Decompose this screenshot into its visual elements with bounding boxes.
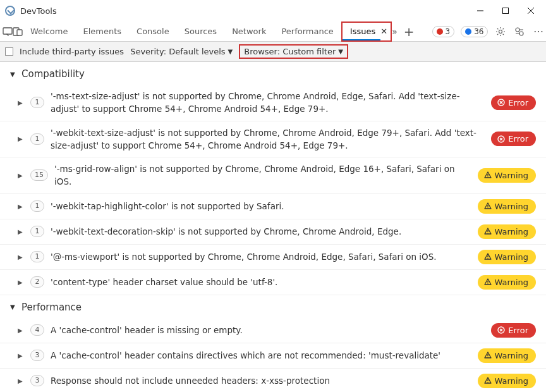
svg-rect-1 xyxy=(503,8,509,14)
error-icon xyxy=(497,135,505,143)
warning-icon xyxy=(484,171,492,179)
window-title: DevTools xyxy=(20,6,57,16)
issue-row: ▶ 1 '@-ms-viewport' is not supported by … xyxy=(0,245,546,270)
warning-icon xyxy=(484,202,492,210)
issue-count: 3 xyxy=(30,350,44,361)
browser-filter[interactable]: Browser: Custom filter ▼ xyxy=(244,47,343,56)
issue-row: ▶ 4 A 'cache-control' header is missing … xyxy=(0,318,546,343)
third-party-checkbox[interactable]: Include third-party issues xyxy=(5,47,124,56)
svg-point-23 xyxy=(487,258,488,259)
error-badge: Error xyxy=(491,132,536,146)
issue-text[interactable]: 'content-type' header charset value shou… xyxy=(51,276,471,288)
checkbox-icon xyxy=(5,47,13,56)
issue-text[interactable]: '-webkit-tap-highlight-color' is not sup… xyxy=(51,200,471,212)
chevron-down-icon: ▼ xyxy=(228,48,233,55)
svg-point-9 xyxy=(519,32,523,35)
tab-sources[interactable]: Sources xyxy=(177,21,224,42)
warning-icon xyxy=(484,278,492,286)
svg-point-19 xyxy=(487,207,488,208)
tab-elements[interactable]: Elements xyxy=(75,21,129,42)
issue-count: 2 xyxy=(30,276,44,288)
issue-count: 1 xyxy=(30,226,44,237)
expand-icon[interactable]: ▶ xyxy=(18,203,24,210)
more-tabs-icon[interactable]: » xyxy=(392,27,397,37)
issue-count: 15 xyxy=(30,169,48,181)
svg-point-7 xyxy=(499,30,502,33)
warning-badge: Warning xyxy=(478,374,536,388)
issue-text[interactable]: '@-ms-viewport' is not supported by Chro… xyxy=(51,250,471,263)
severity-filter[interactable]: Severity: Default levels ▼ xyxy=(130,47,233,56)
error-badge: Error xyxy=(491,95,536,110)
issue-count: 1 xyxy=(30,133,44,145)
tabbar: Welcome Elements Console Sources Network… xyxy=(0,21,546,42)
issues-content[interactable]: ▼ Compatibility ▶ 1 '-ms-text-size-adjus… xyxy=(0,62,546,392)
close-tab-icon[interactable]: ✕ xyxy=(380,27,391,36)
issue-dot-icon xyxy=(465,28,471,35)
chevron-down-icon: ▼ xyxy=(338,48,343,55)
issue-count: 4 xyxy=(30,324,44,336)
titlebar: DevTools xyxy=(0,0,546,21)
issue-count: 1 xyxy=(30,200,44,212)
devtools-logo-icon xyxy=(5,6,15,16)
svg-point-25 xyxy=(487,283,488,284)
expand-icon[interactable]: ▶ xyxy=(18,327,24,334)
browser-filter-highlighted: Browser: Custom filter ▼ xyxy=(239,44,348,59)
expand-icon[interactable]: ▶ xyxy=(18,99,24,106)
issue-row: ▶ 1 '-webkit-text-decoration-skip' is no… xyxy=(0,219,546,245)
tab-issues[interactable]: Issues xyxy=(343,23,380,40)
issue-count: 1 xyxy=(30,97,44,108)
warning-badge: Warning xyxy=(478,250,536,264)
issue-text[interactable]: '-webkit-text-size-adjust' is not suppor… xyxy=(51,126,485,152)
issue-row: ▶ 3 Response should not include unneeded… xyxy=(0,369,546,393)
tab-welcome[interactable]: Welcome xyxy=(23,21,75,42)
warning-badge: Warning xyxy=(478,199,536,214)
issue-row: ▶ 2 'content-type' header charset value … xyxy=(0,270,546,295)
svg-point-30 xyxy=(487,357,488,357)
settings-icon[interactable] xyxy=(494,25,507,38)
more-menu-icon[interactable]: ⋯ xyxy=(532,25,545,38)
issue-text[interactable]: '-ms-text-size-adjust' is not supported … xyxy=(51,90,485,116)
section-performance[interactable]: ▼ Performance xyxy=(0,295,546,318)
section-compatibility[interactable]: ▼ Compatibility xyxy=(0,62,546,85)
svg-rect-4 xyxy=(3,28,12,34)
issue-row: ▶ 15 '-ms-grid-row-align' is not support… xyxy=(0,157,546,194)
issue-count: 3 xyxy=(30,375,44,386)
svg-point-8 xyxy=(516,28,519,32)
tab-network[interactable]: Network xyxy=(224,21,274,42)
inspect-icon[interactable] xyxy=(3,27,13,36)
chevron-down-icon: ▼ xyxy=(10,71,18,78)
issue-counter[interactable]: 36 xyxy=(461,26,488,37)
chevron-down-icon: ▼ xyxy=(10,303,18,310)
minimize-button[interactable] xyxy=(475,6,485,16)
issue-text[interactable]: '-ms-grid-row-align' is not supported by… xyxy=(54,162,471,188)
issue-text[interactable]: Response should not include unneeded hea… xyxy=(51,374,471,387)
new-tab-button[interactable]: + xyxy=(404,25,415,38)
issue-text[interactable]: A 'cache-control' header contains direct… xyxy=(51,349,471,362)
issue-text[interactable]: A 'cache-control' header is missing or e… xyxy=(51,324,485,336)
svg-point-32 xyxy=(487,382,488,383)
expand-icon[interactable]: ▶ xyxy=(18,377,24,384)
tab-console[interactable]: Console xyxy=(129,21,177,42)
warning-icon xyxy=(484,228,492,235)
filter-bar: Include third-party issues Severity: Def… xyxy=(0,42,546,62)
expand-icon[interactable]: ▶ xyxy=(18,228,24,235)
expand-icon[interactable]: ▶ xyxy=(18,172,24,179)
svg-point-17 xyxy=(487,176,488,177)
error-icon xyxy=(497,99,505,106)
expand-icon[interactable]: ▶ xyxy=(18,279,24,286)
error-counter[interactable]: 3 xyxy=(432,26,455,37)
issue-text[interactable]: '-webkit-text-decoration-skip' is not su… xyxy=(51,225,471,238)
expand-icon[interactable]: ▶ xyxy=(18,135,24,142)
expand-icon[interactable]: ▶ xyxy=(18,352,24,359)
issue-row: ▶ 1 '-ms-text-size-adjust' is not suppor… xyxy=(0,85,546,121)
error-icon xyxy=(497,326,505,334)
close-window-button[interactable] xyxy=(526,6,536,16)
device-toggle-icon[interactable] xyxy=(13,27,23,36)
tab-performance[interactable]: Performance xyxy=(274,21,341,42)
warning-icon xyxy=(484,352,492,359)
error-badge: Error xyxy=(491,323,536,338)
customize-icon[interactable] xyxy=(513,25,526,38)
maximize-button[interactable] xyxy=(500,6,511,16)
warning-badge: Warning xyxy=(478,348,536,363)
expand-icon[interactable]: ▶ xyxy=(18,254,24,260)
